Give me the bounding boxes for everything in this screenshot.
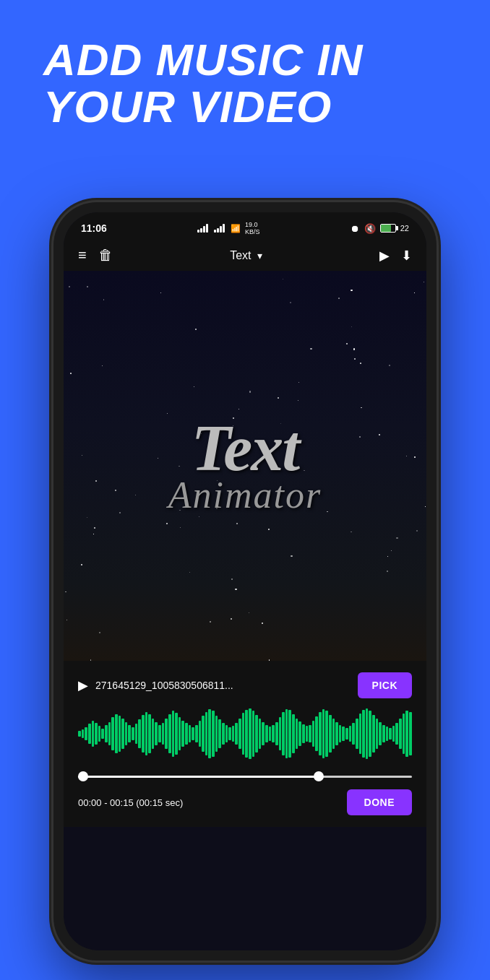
slider-track xyxy=(78,776,412,778)
waveform-bar xyxy=(232,726,235,741)
download-icon[interactable]: ⬇ xyxy=(401,248,412,264)
waveform-bar xyxy=(409,712,412,755)
waveform-bar xyxy=(225,725,228,742)
wifi-icon: 📶 xyxy=(231,224,241,233)
chevron-down-icon[interactable]: ▾ xyxy=(257,250,262,261)
waveform-bar xyxy=(125,722,128,745)
waveform-bar xyxy=(142,715,145,753)
waveform-bar xyxy=(332,719,335,748)
waveform-bar xyxy=(88,724,91,744)
waveform-bar xyxy=(359,714,362,754)
waveform-bar xyxy=(162,723,165,745)
waveform-bar xyxy=(372,715,375,753)
waveform-bar xyxy=(78,731,81,737)
slider-fill xyxy=(78,776,319,778)
waveform-bar xyxy=(292,714,295,754)
waveform-bar xyxy=(255,715,258,753)
app-toolbar: ≡ 🗑 Text ▾ ▶ ⬇ xyxy=(64,240,426,271)
waveform-bar xyxy=(356,719,358,750)
waveform xyxy=(78,708,412,759)
mute-icon: 🔇 xyxy=(364,223,376,234)
toolbar-label: Text xyxy=(230,249,251,262)
waveform-bar xyxy=(312,721,315,747)
time-row: 00:00 - 00:15 (00:15 sec) DONE xyxy=(78,789,412,815)
signal-bars xyxy=(197,224,208,233)
waveform-bar xyxy=(245,710,248,758)
waveform-bar xyxy=(389,728,392,740)
waveform-bar xyxy=(322,709,325,758)
waveform-bar xyxy=(195,725,198,743)
waveform-bar xyxy=(386,727,389,740)
waveform-bar xyxy=(392,726,395,741)
waveform-bar xyxy=(158,725,161,742)
waveform-bar xyxy=(165,719,168,748)
waveform-bar xyxy=(329,715,332,753)
toolbar-center: Text ▾ xyxy=(124,249,368,262)
waveform-bar xyxy=(111,717,114,750)
waveform-bar xyxy=(179,717,181,750)
status-icons: 📶 19.0KB/S xyxy=(197,221,260,235)
waveform-bar xyxy=(85,727,87,741)
waveform-bar xyxy=(379,722,382,745)
waveform-bar xyxy=(101,729,104,739)
waveform-bar xyxy=(205,712,208,756)
waveform-bar xyxy=(222,723,225,745)
waveform-bar xyxy=(98,726,101,741)
hero-title: ADD MUSIC IN YOUR VIDEO xyxy=(43,36,364,130)
waveform-bar xyxy=(192,727,194,741)
phone-mockup: 11:06 📶 19.0KB/S xyxy=(53,202,437,961)
menu-icon[interactable]: ≡ xyxy=(78,247,87,264)
waveform-bar xyxy=(181,721,184,747)
bottom-controls: ▶ 271645129_1005830506811... PICK xyxy=(64,661,426,827)
waveform-bar xyxy=(128,725,131,743)
waveform-bar xyxy=(382,725,385,743)
waveform-bar xyxy=(228,727,231,741)
waveform-bar xyxy=(275,722,278,745)
done-button[interactable]: DONE xyxy=(347,789,412,815)
waveform-bar xyxy=(272,725,275,742)
waveform-bar xyxy=(335,722,338,745)
slider-thumb-left[interactable] xyxy=(78,771,88,781)
waveform-bar xyxy=(376,719,379,748)
waveform-bar xyxy=(366,708,369,759)
overlay-text-main: Text xyxy=(168,416,322,481)
waveform-bar xyxy=(132,727,134,741)
waveform-bar xyxy=(352,723,355,745)
waveform-bar xyxy=(405,711,408,757)
waveform-bar xyxy=(339,725,342,743)
waveform-bar xyxy=(238,719,241,750)
delete-icon[interactable]: 🗑 xyxy=(98,247,113,264)
waveform-bar xyxy=(208,709,211,758)
timeline-slider[interactable] xyxy=(78,769,412,784)
slider-thumb-right[interactable] xyxy=(314,771,324,781)
waveform-bar xyxy=(349,726,352,741)
status-right-icons: ⏺ 🔇 22 xyxy=(351,223,409,234)
waveform-bar xyxy=(309,725,311,743)
music-track-row: ▶ 271645129_1005830506811... PICK xyxy=(78,672,412,698)
record-icon: ⏺ xyxy=(351,223,360,234)
waveform-bar xyxy=(259,719,262,748)
hero-title-line1: ADD MUSIC IN xyxy=(43,36,364,83)
waveform-bar xyxy=(175,713,178,754)
music-play-button[interactable]: ▶ xyxy=(78,677,88,693)
data-speed: 19.0KB/S xyxy=(245,221,260,235)
waveform-bar xyxy=(319,712,322,756)
waveform-bar xyxy=(108,722,111,745)
waveform-bar xyxy=(296,719,298,750)
waveform-bar xyxy=(369,711,371,757)
waveform-bar xyxy=(298,721,301,746)
waveform-bar xyxy=(82,729,85,738)
track-name: 271645129_1005830506811... xyxy=(95,680,351,691)
waveform-bar xyxy=(145,712,148,755)
waveform-bar xyxy=(121,719,124,748)
waveform-bar xyxy=(249,708,252,759)
waveform-bar xyxy=(168,714,171,754)
phone-screen: 11:06 📶 19.0KB/S xyxy=(64,212,426,950)
pick-button[interactable]: PICK xyxy=(358,672,412,698)
waveform-bar xyxy=(342,727,345,740)
waveform-bar xyxy=(285,709,288,758)
play-icon[interactable]: ▶ xyxy=(379,248,390,264)
waveform-bar xyxy=(152,719,155,750)
waveform-bar xyxy=(282,712,285,755)
signal-bars-2 xyxy=(214,224,225,233)
